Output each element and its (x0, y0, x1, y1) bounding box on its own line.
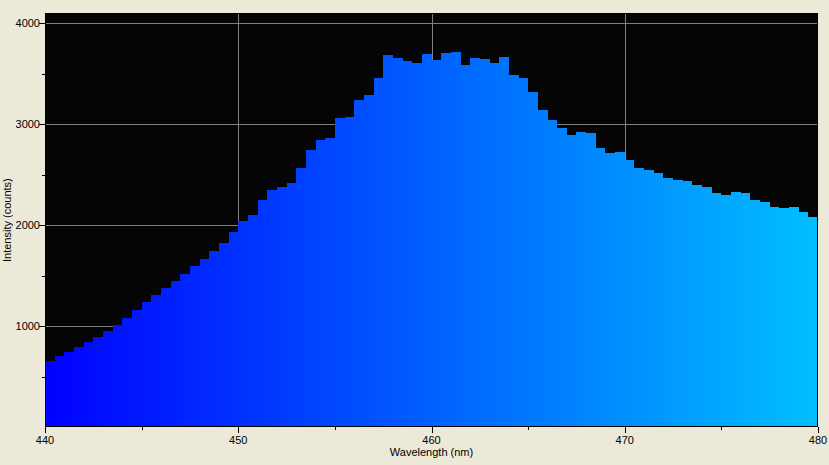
y-tick-label: 1000 (16, 320, 40, 332)
y-tick-label: 3000 (16, 118, 40, 130)
y-axis-title: Intensity (counts) (1, 13, 13, 427)
x-tick-label: 440 (36, 434, 54, 446)
spectrum-chart-plot-area[interactable]: 4404504604704801000200030004000 (0, 0, 829, 465)
x-tick-label: 460 (422, 434, 440, 446)
spectrometer-graph-view: 4404504604704801000200030004000 Intensit… (0, 0, 829, 465)
x-tick-label: 480 (809, 434, 827, 446)
x-tick-label: 450 (229, 434, 247, 446)
y-tick-label: 4000 (16, 17, 40, 29)
y-tick-label: 2000 (16, 219, 40, 231)
x-tick-label: 470 (616, 434, 634, 446)
x-axis-title: Wavelength (nm) (45, 446, 818, 458)
